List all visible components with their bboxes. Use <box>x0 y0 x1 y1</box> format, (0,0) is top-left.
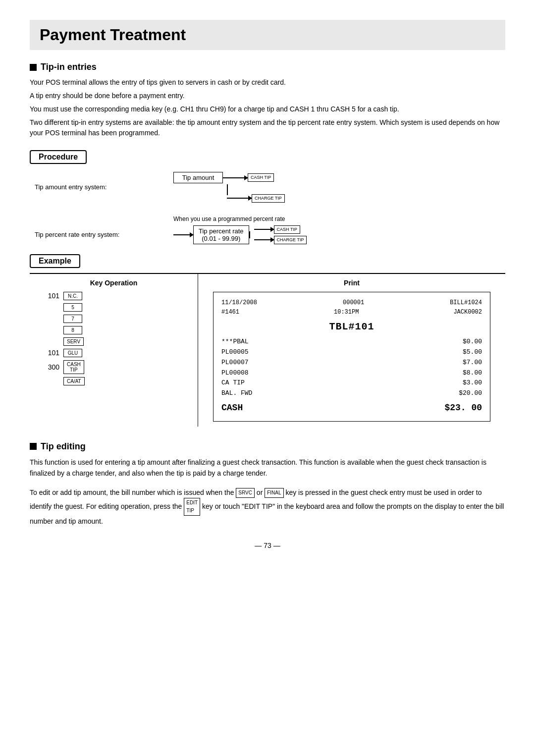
example-section: Key Operation 101 N.C. 5 7 8 SERV <box>30 273 505 427</box>
print-ticket-line: #1461 10:31PM JACK0002 <box>221 308 482 317</box>
key-5: 5 <box>63 303 82 312</box>
key-nc: N.C. <box>63 292 82 300</box>
print-item-1: ***PBAL $0.00 <box>221 337 482 347</box>
tip-in-entries-section: Tip-in entries Your POS terminal allows … <box>30 62 505 138</box>
charge-tip-key-2: CHARGE TIP <box>274 236 307 244</box>
tip-amount-input: Tip amount <box>173 172 223 183</box>
tip-editing-para-2: To edit or add tip amount, the bill numb… <box>30 487 505 527</box>
tip-in-para-3: You must use the corresponding media key… <box>30 104 505 114</box>
print-item-3: PL00007 $7.00 <box>221 358 482 368</box>
key-op-header: Key Operation <box>40 279 188 287</box>
key-operation-col: Key Operation 101 N.C. 5 7 8 SERV <box>30 274 198 427</box>
page-number: — 73 — <box>30 541 505 549</box>
print-table-num: TBL#101 <box>221 319 482 335</box>
key-cash-tip: CASHTIP <box>63 360 84 374</box>
procedure-label: Procedure <box>30 150 87 164</box>
example-label: Example <box>30 254 80 268</box>
tip-in-para-4: Two different tip-in entry systems are a… <box>30 117 505 138</box>
key-op-row-7: 300 CASHTIP <box>40 360 188 374</box>
key-op-row-8: CA/AT <box>40 377 188 385</box>
key-op-row-4: 8 <box>40 326 188 334</box>
tip-percent-input: Tip percent rate (0.01 - 99.99) <box>193 225 249 244</box>
final-key-inline: FINAL <box>265 488 283 498</box>
procedure-diagram: Tip amount entry system: Tip amount CASH… <box>35 172 505 244</box>
tip-percent-area: When you use a programmed percent rate T… <box>35 216 505 244</box>
key-op-row-2: 5 <box>40 303 188 312</box>
tip-percent-row: Tip percent rate entry system: Tip perce… <box>35 225 505 244</box>
page-title: Payment Treatment <box>30 20 505 50</box>
print-cash-total: CASH $23. 00 <box>221 401 482 415</box>
key-op-row-5: SERV <box>40 337 188 346</box>
key-serv: SERV <box>63 337 84 346</box>
print-item-5: CA TIP $3.00 <box>221 378 482 388</box>
charge-tip-key-1: CHARGE TIP <box>252 194 285 203</box>
tip-amount-row: Tip amount entry system: Tip amount CASH… <box>35 172 505 203</box>
tip-in-entries-heading: Tip-in entries <box>41 62 97 72</box>
cash-tip-key: CASH TIP <box>248 173 274 182</box>
print-col: Print 11/18/2008 000001 BILL#1024 #1461 … <box>198 274 505 427</box>
print-item-2: PL00005 $5.00 <box>221 347 482 358</box>
tip-in-para-2: A tip entry should be done before a paym… <box>30 91 505 101</box>
key-caat: CA/AT <box>63 377 85 385</box>
print-item-4: PL00008 $8.00 <box>221 368 482 378</box>
percent-note: When you use a programmed percent rate <box>173 216 505 222</box>
cash-tip-key-2: CASH TIP <box>274 225 300 234</box>
tip-amount-label: Tip amount entry system: <box>35 183 144 191</box>
key-op-row-3: 7 <box>40 315 188 323</box>
key-7: 7 <box>63 315 82 323</box>
print-header: Print <box>213 279 490 287</box>
tip-in-para-1: Your POS terminal allows the entry of ti… <box>30 77 505 88</box>
tip-editing-section: Tip editing This function is used for en… <box>30 441 505 527</box>
tip-percent-label: Tip percent rate entry system: <box>35 231 144 238</box>
edit-tip-key-inline: EDITTIP <box>184 498 200 516</box>
print-receipt: 11/18/2008 000001 BILL#1024 #1461 10:31P… <box>213 292 490 422</box>
tip-editing-heading: Tip editing <box>41 441 86 452</box>
print-date-line: 11/18/2008 000001 BILL#1024 <box>221 298 482 308</box>
key-glu: GLU <box>63 349 82 357</box>
key-8: 8 <box>63 326 82 334</box>
print-item-6: BAL. FWD $20.00 <box>221 388 482 399</box>
srvc-key-inline: SRVC <box>236 488 255 498</box>
tip-editing-para-1: This function is used for entering a tip… <box>30 457 505 479</box>
key-op-row-6: 101 GLU <box>40 349 188 357</box>
key-op-row-1: 101 N.C. <box>40 292 188 300</box>
